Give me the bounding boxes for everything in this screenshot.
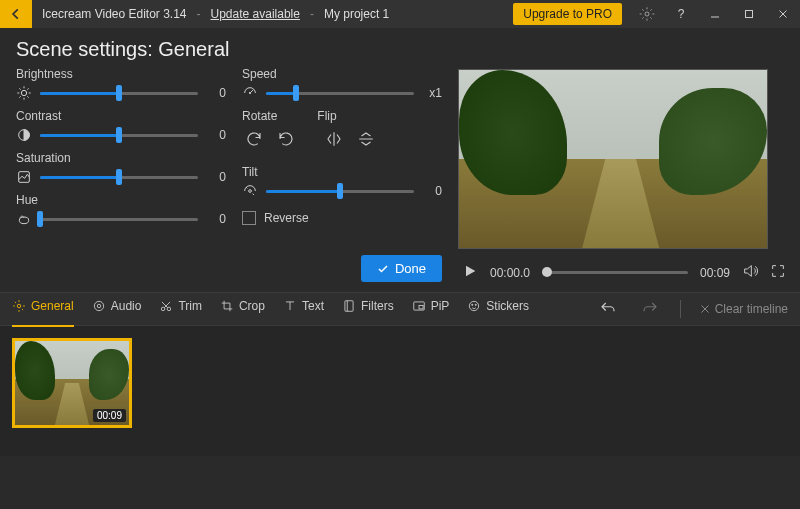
- tab-stickers-label: Stickers: [486, 299, 529, 313]
- contrast-icon: [16, 127, 32, 143]
- tab-trim[interactable]: Trim: [159, 299, 202, 319]
- main-panel: Brightness 0 Contrast 0 Saturation 0: [0, 67, 800, 282]
- svg-point-8: [249, 190, 252, 193]
- preview-panel: 00:00.0 00:09: [458, 67, 790, 282]
- page-title: Scene settings: General: [0, 28, 800, 67]
- tab-pip-label: PiP: [431, 299, 450, 313]
- upgrade-button[interactable]: Upgrade to PRO: [513, 3, 622, 25]
- svg-point-17: [470, 301, 479, 310]
- fullscreen-icon[interactable]: [770, 263, 786, 282]
- reverse-checkbox[interactable]: [242, 211, 256, 225]
- clip-duration: 00:09: [93, 409, 126, 422]
- undo-button[interactable]: [596, 297, 620, 321]
- duration: 00:09: [700, 266, 730, 280]
- hue-icon: [16, 211, 32, 227]
- svg-point-3: [21, 90, 26, 95]
- saturation-icon: [16, 169, 32, 185]
- tilt-slider[interactable]: [266, 184, 414, 198]
- tab-trim-label: Trim: [178, 299, 202, 313]
- svg-point-18: [472, 304, 473, 305]
- tab-audio[interactable]: Audio: [92, 299, 142, 319]
- flip-label: Flip: [317, 109, 336, 123]
- rotate-cw-button[interactable]: [242, 127, 266, 151]
- brightness-value: 0: [206, 86, 226, 100]
- tab-filters-label: Filters: [361, 299, 394, 313]
- svg-rect-16: [419, 305, 423, 309]
- svg-rect-2: [746, 11, 753, 18]
- tilt-value: 0: [422, 184, 442, 198]
- seek-bar[interactable]: [542, 271, 688, 274]
- title-bar: Icecream Video Editor 3.14 - Update avai…: [0, 0, 800, 28]
- rotate-label: Rotate: [242, 109, 277, 123]
- maximize-icon[interactable]: [732, 0, 766, 28]
- svg-point-6: [19, 217, 28, 224]
- playback-bar: 00:00.0 00:09: [458, 263, 790, 282]
- reverse-label: Reverse: [264, 211, 309, 225]
- rotate-ccw-button[interactable]: [274, 127, 298, 151]
- help-icon[interactable]: ?: [664, 0, 698, 28]
- svg-point-0: [645, 12, 649, 16]
- saturation-slider[interactable]: [40, 170, 198, 184]
- tilt-label: Tilt: [242, 165, 442, 179]
- speed-icon: [242, 85, 258, 101]
- tab-crop[interactable]: Crop: [220, 299, 265, 319]
- timeline-clip[interactable]: 00:09: [12, 338, 132, 428]
- flip-vertical-button[interactable]: [354, 127, 378, 151]
- brightness-slider[interactable]: [40, 86, 198, 100]
- left-controls: Brightness 0 Contrast 0 Saturation 0: [16, 67, 226, 282]
- redo-button[interactable]: [638, 297, 662, 321]
- done-button[interactable]: Done: [361, 255, 442, 282]
- separator: -: [193, 7, 205, 21]
- speed-label: Speed: [242, 67, 442, 81]
- brightness-label: Brightness: [16, 67, 226, 81]
- svg-point-9: [17, 304, 21, 308]
- contrast-label: Contrast: [16, 109, 226, 123]
- svg-point-11: [97, 304, 101, 308]
- back-button[interactable]: [0, 0, 32, 28]
- svg-point-7: [249, 92, 250, 93]
- close-icon[interactable]: [766, 0, 800, 28]
- brightness-icon: [16, 85, 32, 101]
- project-name: My project 1: [318, 7, 513, 21]
- clear-timeline-label: Clear timeline: [715, 302, 788, 316]
- tab-general-label: General: [31, 299, 74, 313]
- tab-filters[interactable]: Filters: [342, 299, 394, 319]
- separator: -: [306, 7, 318, 21]
- tab-crop-label: Crop: [239, 299, 265, 313]
- current-time: 00:00.0: [490, 266, 530, 280]
- video-preview: [458, 69, 768, 249]
- clear-timeline-button[interactable]: Clear timeline: [699, 302, 788, 316]
- hue-label: Hue: [16, 193, 226, 207]
- saturation-value: 0: [206, 170, 226, 184]
- done-label: Done: [395, 261, 426, 276]
- svg-point-19: [476, 304, 477, 305]
- speed-slider[interactable]: [266, 86, 414, 100]
- play-button[interactable]: [462, 263, 478, 282]
- minimize-icon[interactable]: [698, 0, 732, 28]
- tab-text[interactable]: Text: [283, 299, 324, 319]
- svg-rect-5: [19, 172, 30, 183]
- tilt-icon: [242, 183, 258, 199]
- svg-point-10: [94, 301, 103, 310]
- tab-text-label: Text: [302, 299, 324, 313]
- settings-icon[interactable]: [630, 0, 664, 28]
- flip-horizontal-button[interactable]: [322, 127, 346, 151]
- update-link[interactable]: Update available: [205, 7, 306, 21]
- hue-slider[interactable]: [40, 212, 198, 226]
- contrast-slider[interactable]: [40, 128, 198, 142]
- volume-icon[interactable]: [742, 263, 758, 282]
- tab-general[interactable]: General: [12, 299, 74, 319]
- tab-pip[interactable]: PiP: [412, 299, 450, 319]
- tab-audio-label: Audio: [111, 299, 142, 313]
- timeline[interactable]: 00:09: [0, 326, 800, 456]
- svg-rect-14: [345, 301, 353, 312]
- tab-bar: General Audio Trim Crop Text Filters PiP…: [0, 292, 800, 326]
- contrast-value: 0: [206, 128, 226, 142]
- saturation-label: Saturation: [16, 151, 226, 165]
- app-title: Icecream Video Editor 3.14: [32, 7, 193, 21]
- middle-controls: Speed x1 Rotate Flip Tilt 0: [242, 67, 442, 282]
- tab-stickers[interactable]: Stickers: [467, 299, 529, 319]
- speed-value: x1: [422, 86, 442, 100]
- hue-value: 0: [206, 212, 226, 226]
